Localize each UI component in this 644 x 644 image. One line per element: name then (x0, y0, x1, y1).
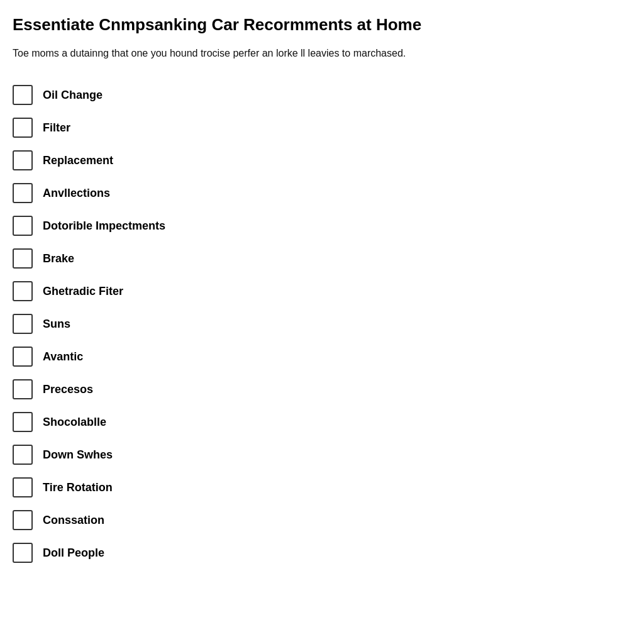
label-precesos: Precesos (43, 383, 93, 396)
label-oil-change: Oil Change (43, 89, 103, 102)
label-avantic: Avantic (43, 350, 83, 364)
checklist: Oil ChangeFilterReplacementAnvllectionsD… (13, 79, 631, 569)
list-item: Brake (13, 242, 631, 275)
list-item: Suns (13, 308, 631, 340)
list-item: Dotorible Impectments (13, 209, 631, 242)
list-item: Precesos (13, 373, 631, 406)
checkbox-brake[interactable] (13, 248, 33, 269)
checkbox-down-swhes[interactable] (13, 445, 33, 465)
label-shocolablle: Shocolablle (43, 416, 106, 429)
checkbox-filter[interactable] (13, 118, 33, 138)
list-item: Filter (13, 111, 631, 144)
list-item: Avantic (13, 340, 631, 373)
checkbox-anvllections[interactable] (13, 183, 33, 203)
page-description: Toe moms a dutainng that one you hound t… (13, 46, 631, 61)
list-item: Anvllections (13, 177, 631, 209)
checkbox-suns[interactable] (13, 314, 33, 334)
list-item: Doll People (13, 536, 631, 569)
checkbox-shocolablle[interactable] (13, 412, 33, 432)
label-suns: Suns (43, 318, 70, 331)
checkbox-replacement[interactable] (13, 150, 33, 170)
label-ghetradic-fiter: Ghetradic Fiter (43, 285, 123, 298)
checkbox-avantic[interactable] (13, 347, 33, 367)
list-item: Down Swhes (13, 438, 631, 471)
list-item: Conssation (13, 504, 631, 536)
list-item: Ghetradic Fiter (13, 275, 631, 308)
checkbox-dotorible-impectments[interactable] (13, 216, 33, 236)
checkbox-precesos[interactable] (13, 379, 33, 399)
label-conssation: Conssation (43, 514, 104, 527)
label-brake: Brake (43, 252, 74, 265)
list-item: Tire Rotation (13, 471, 631, 504)
label-dotorible-impectments: Dotorible Impectments (43, 219, 165, 233)
list-item: Replacement (13, 144, 631, 177)
label-filter: Filter (43, 121, 70, 135)
label-tire-rotation: Tire Rotation (43, 481, 113, 494)
list-item: Shocolablle (13, 406, 631, 438)
label-down-swhes: Down Swhes (43, 448, 113, 462)
checkbox-doll-people[interactable] (13, 543, 33, 563)
list-item: Oil Change (13, 79, 631, 111)
checkbox-conssation[interactable] (13, 510, 33, 530)
checkbox-tire-rotation[interactable] (13, 477, 33, 497)
label-anvllections: Anvllections (43, 187, 110, 200)
label-replacement: Replacement (43, 154, 113, 167)
checkbox-oil-change[interactable] (13, 85, 33, 105)
page-title: Essentiate Cnmpsanking Car Recormments a… (13, 15, 631, 35)
label-doll-people: Doll People (43, 547, 104, 560)
checkbox-ghetradic-fiter[interactable] (13, 281, 33, 301)
